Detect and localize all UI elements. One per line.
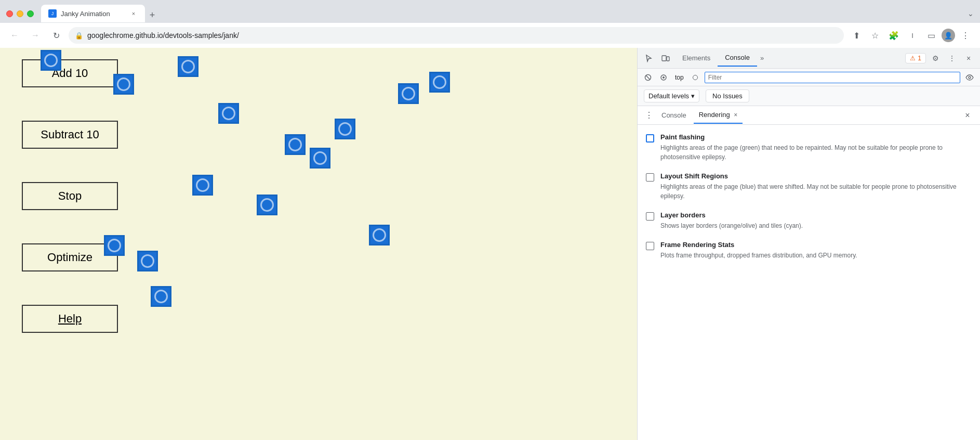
animated-box bbox=[218, 103, 239, 124]
layout-shift-checkbox[interactable] bbox=[646, 173, 654, 182]
panel-more-button[interactable]: ⋮ bbox=[644, 110, 654, 121]
rendering-layout-shift-item: Layout Shift Regions Highlights areas of… bbox=[646, 172, 972, 201]
tab-console[interactable]: Console bbox=[718, 49, 757, 67]
sidebar-filter-button[interactable] bbox=[963, 71, 976, 84]
devtools-settings-button[interactable]: ⚙ bbox=[928, 51, 943, 66]
share-button[interactable]: ⬆ bbox=[848, 27, 865, 44]
back-button[interactable]: ← bbox=[6, 27, 23, 44]
nav-actions: ⬆ ☆ 🧩 I ▭ 👤 ⋮ bbox=[848, 27, 974, 44]
share-icon: ⬆ bbox=[853, 31, 860, 41]
layer-borders-title: Layer borders bbox=[660, 211, 803, 219]
refresh-icon: ↻ bbox=[53, 31, 60, 41]
subtract-10-button[interactable]: Subtract 10 bbox=[22, 121, 118, 149]
traffic-light-red[interactable] bbox=[6, 10, 13, 17]
filter-input[interactable] bbox=[705, 72, 960, 83]
layer-borders-desc: Shows layer borders (orange/olive) and t… bbox=[660, 221, 803, 230]
devtools-close-button[interactable]: × bbox=[961, 51, 976, 66]
svg-point-6 bbox=[693, 75, 697, 80]
add-10-button[interactable]: Add 10 bbox=[22, 59, 118, 87]
animated-box bbox=[104, 235, 125, 256]
chrome-menu-button[interactable]: ⋮ bbox=[957, 27, 974, 44]
animated-box bbox=[151, 286, 171, 307]
devtools-overflow-button[interactable]: ⋮ bbox=[945, 51, 959, 66]
address-text: googlechrome.github.io/devtools-samples/… bbox=[87, 31, 838, 40]
layer-borders-checkbox[interactable] bbox=[646, 212, 654, 221]
default-levels-button[interactable]: Default levels ▾ bbox=[644, 89, 699, 102]
clear-console-button[interactable] bbox=[642, 71, 654, 84]
cast-extension-button[interactable]: I bbox=[904, 27, 921, 44]
frame-rendering-stats-checkbox[interactable] bbox=[646, 242, 654, 250]
more-tabs-button[interactable]: » bbox=[757, 52, 767, 64]
forward-button[interactable]: → bbox=[27, 27, 44, 44]
panel-close-button[interactable]: × bbox=[961, 109, 974, 122]
active-tab[interactable]: J Janky Animation × bbox=[41, 5, 145, 22]
sidebar-button[interactable]: ▭ bbox=[923, 27, 939, 44]
help-button[interactable]: Help bbox=[22, 305, 118, 333]
traffic-light-yellow[interactable] bbox=[17, 10, 23, 17]
animated-box bbox=[178, 56, 198, 77]
rendering-paint-flashing-item: Paint flashing Highlights areas of the p… bbox=[646, 133, 972, 162]
refresh-icon bbox=[660, 74, 667, 81]
window-menu-button[interactable]: ⌄ bbox=[968, 9, 974, 18]
animated-box bbox=[41, 50, 61, 71]
svg-rect-1 bbox=[667, 57, 669, 61]
tab-title: Janky Animation bbox=[61, 10, 125, 18]
no-issues-button[interactable]: No Issues bbox=[706, 89, 749, 102]
address-bar[interactable]: 🔒 googlechrome.github.io/devtools-sample… bbox=[69, 27, 844, 44]
stop-button[interactable]: Stop bbox=[22, 182, 118, 210]
eye-icon bbox=[965, 74, 974, 81]
title-bar: J Janky Animation × + ⌄ bbox=[0, 0, 980, 23]
forward-icon: → bbox=[31, 31, 39, 40]
rendering-frame-stats-item: Frame Rendering Stats Plots frame throug… bbox=[646, 241, 972, 260]
console-toolbar: top bbox=[638, 69, 980, 86]
tab-close-button[interactable]: × bbox=[129, 9, 138, 18]
cursor-icon bbox=[645, 54, 653, 62]
paint-flashing-desc: Highlights areas of the page (green) tha… bbox=[660, 143, 972, 162]
refresh-console-button[interactable] bbox=[657, 71, 670, 84]
profile-avatar[interactable]: 👤 bbox=[942, 29, 955, 42]
refresh-button[interactable]: ↻ bbox=[48, 27, 64, 44]
paint-flashing-checkbox[interactable] bbox=[646, 134, 654, 143]
lock-icon: 🔒 bbox=[75, 32, 83, 40]
warning-badge[interactable]: ⚠ 1 bbox=[905, 53, 926, 63]
animated-box bbox=[137, 251, 158, 271]
frame-rendering-stats-title: Frame Rendering Stats bbox=[660, 241, 857, 249]
svg-point-7 bbox=[969, 76, 971, 79]
warning-icon: ⚠ bbox=[910, 55, 916, 62]
animated-box bbox=[398, 83, 419, 104]
puzzle-icon: 🧩 bbox=[889, 31, 899, 41]
profile-icon: 👤 bbox=[944, 32, 952, 40]
traffic-lights bbox=[6, 10, 34, 17]
svg-line-3 bbox=[646, 75, 650, 80]
navigation-bar: ← → ↻ 🔒 googlechrome.github.io/devtools-… bbox=[0, 23, 980, 48]
bookmark-icon: ☆ bbox=[871, 31, 879, 41]
settings-icon: ⚙ bbox=[932, 54, 939, 62]
animated-box bbox=[257, 195, 277, 215]
back-icon: ← bbox=[10, 31, 19, 40]
rendering-layer-borders-item: Layer borders Shows layer borders (orang… bbox=[646, 211, 972, 230]
tab-bar: J Janky Animation × + bbox=[41, 5, 959, 22]
device-emulation-button[interactable] bbox=[658, 51, 673, 66]
context-selector[interactable]: top bbox=[673, 73, 686, 82]
animated-box bbox=[192, 175, 213, 196]
animated-box bbox=[369, 225, 390, 245]
tab-elements[interactable]: Elements bbox=[675, 50, 718, 66]
traffic-light-green[interactable] bbox=[27, 10, 34, 17]
ban-icon bbox=[644, 74, 652, 81]
cast-icon: I bbox=[911, 32, 913, 40]
tab-favicon: J bbox=[48, 9, 57, 18]
bookmark-button[interactable]: ☆ bbox=[867, 27, 883, 44]
layout-shift-title: Layout Shift Regions bbox=[660, 172, 972, 180]
tab-panel-console[interactable]: Console bbox=[656, 107, 692, 123]
tab-panel-rendering[interactable]: Rendering × bbox=[694, 107, 743, 124]
rendering-tab-close-button[interactable]: × bbox=[734, 111, 737, 119]
menu-icon: ⋮ bbox=[961, 31, 970, 41]
new-tab-button[interactable]: + bbox=[145, 8, 160, 22]
inspector-tool-button[interactable] bbox=[642, 51, 656, 66]
animated-box bbox=[429, 72, 450, 93]
panel-close-icon: × bbox=[965, 111, 970, 120]
extensions-button[interactable]: 🧩 bbox=[885, 27, 902, 44]
layout-shift-desc: Highlights areas of the page (blue) that… bbox=[660, 182, 972, 201]
animated-box bbox=[335, 119, 355, 139]
paint-flashing-title: Paint flashing bbox=[660, 133, 972, 141]
